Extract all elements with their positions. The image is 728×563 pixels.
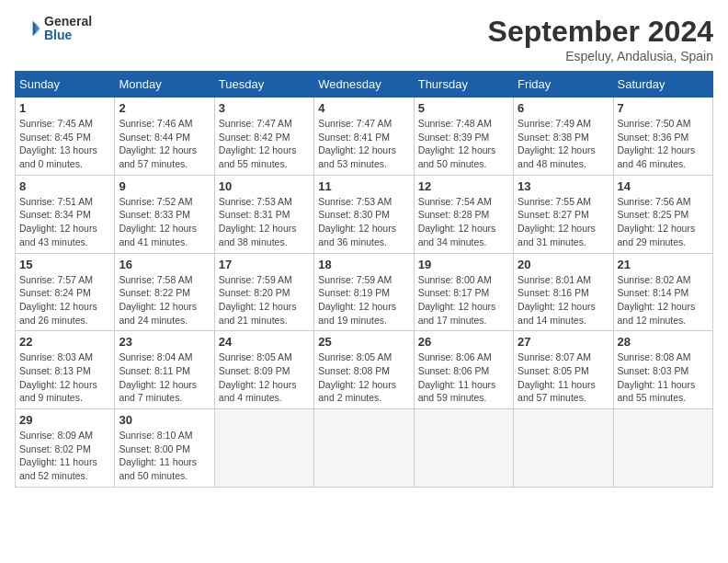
logo: General Blue	[15, 15, 92, 43]
empty-cell	[314, 409, 414, 488]
day-cell-26: 26Sunrise: 8:06 AM Sunset: 8:06 PM Dayli…	[414, 331, 513, 409]
empty-cell	[613, 409, 712, 488]
day-cell-5: 5Sunrise: 7:48 AM Sunset: 8:39 PM Daylig…	[414, 98, 513, 176]
col-friday: Friday	[514, 72, 613, 98]
day-cell-27: 27Sunrise: 8:07 AM Sunset: 8:05 PM Dayli…	[514, 331, 613, 409]
day-cell-18: 18Sunrise: 7:59 AM Sunset: 8:19 PM Dayli…	[314, 253, 414, 331]
day-number: 6	[518, 101, 609, 115]
day-cell-17: 17Sunrise: 7:59 AM Sunset: 8:20 PM Dayli…	[214, 253, 313, 331]
day-number: 26	[418, 335, 509, 349]
logo-general: General	[44, 15, 92, 29]
day-number: 10	[219, 179, 310, 193]
day-cell-2: 2Sunrise: 7:46 AM Sunset: 8:44 PM Daylig…	[115, 98, 214, 176]
calendar-week-3: 15Sunrise: 7:57 AM Sunset: 8:24 PM Dayli…	[16, 253, 713, 331]
day-info: Sunrise: 7:56 AM Sunset: 8:25 PM Dayligh…	[618, 195, 709, 249]
calendar-table: Sunday Monday Tuesday Wednesday Thursday…	[15, 71, 713, 488]
day-info: Sunrise: 7:47 AM Sunset: 8:41 PM Dayligh…	[318, 117, 409, 171]
day-number: 2	[119, 101, 210, 115]
day-number: 9	[119, 179, 210, 193]
calendar-week-4: 22Sunrise: 8:03 AM Sunset: 8:13 PM Dayli…	[16, 331, 713, 409]
day-number: 3	[219, 101, 310, 115]
day-number: 27	[518, 335, 609, 349]
day-info: Sunrise: 7:59 AM Sunset: 8:20 PM Dayligh…	[219, 273, 310, 327]
calendar-week-2: 8Sunrise: 7:51 AM Sunset: 8:34 PM Daylig…	[16, 175, 713, 253]
day-info: Sunrise: 8:07 AM Sunset: 8:05 PM Dayligh…	[518, 350, 609, 405]
day-cell-4: 4Sunrise: 7:47 AM Sunset: 8:41 PM Daylig…	[314, 98, 414, 176]
col-sunday: Sunday	[16, 72, 115, 98]
day-number: 16	[119, 258, 210, 271]
calendar-week-1: 1Sunrise: 7:45 AM Sunset: 8:45 PM Daylig…	[16, 98, 713, 176]
day-info: Sunrise: 8:10 AM Sunset: 8:00 PM Dayligh…	[119, 429, 210, 483]
day-number: 4	[318, 101, 409, 115]
day-number: 23	[119, 335, 210, 349]
empty-cell	[414, 409, 513, 488]
day-cell-23: 23Sunrise: 8:04 AM Sunset: 8:11 PM Dayli…	[115, 331, 214, 409]
day-number: 24	[219, 335, 310, 349]
day-info: Sunrise: 7:52 AM Sunset: 8:33 PM Dayligh…	[119, 195, 210, 249]
day-info: Sunrise: 7:57 AM Sunset: 8:24 PM Dayligh…	[19, 273, 110, 327]
day-cell-8: 8Sunrise: 7:51 AM Sunset: 8:34 PM Daylig…	[16, 175, 115, 253]
day-info: Sunrise: 7:58 AM Sunset: 8:22 PM Dayligh…	[119, 273, 210, 327]
day-cell-14: 14Sunrise: 7:56 AM Sunset: 8:25 PM Dayli…	[613, 175, 712, 253]
day-number: 28	[618, 335, 709, 349]
day-number: 22	[19, 335, 110, 349]
logo-blue: Blue	[44, 29, 92, 42]
day-number: 18	[318, 258, 409, 271]
day-number: 7	[618, 101, 709, 115]
col-saturday: Saturday	[613, 72, 712, 98]
day-info: Sunrise: 8:09 AM Sunset: 8:02 PM Dayligh…	[19, 429, 110, 483]
day-info: Sunrise: 8:05 AM Sunset: 8:08 PM Dayligh…	[318, 350, 409, 405]
col-tuesday: Tuesday	[214, 72, 313, 98]
logo-text: General Blue	[44, 15, 92, 43]
page-header: General Blue September 2024 Espeluy, And…	[15, 15, 713, 63]
day-cell-7: 7Sunrise: 7:50 AM Sunset: 8:36 PM Daylig…	[613, 98, 712, 176]
day-info: Sunrise: 8:04 AM Sunset: 8:11 PM Dayligh…	[119, 350, 210, 405]
weekday-row: Sunday Monday Tuesday Wednesday Thursday…	[16, 72, 713, 98]
calendar-body: 1Sunrise: 7:45 AM Sunset: 8:45 PM Daylig…	[16, 98, 713, 488]
month-title: September 2024	[488, 15, 713, 49]
day-cell-12: 12Sunrise: 7:54 AM Sunset: 8:28 PM Dayli…	[414, 175, 513, 253]
empty-cell	[514, 409, 613, 488]
day-cell-10: 10Sunrise: 7:53 AM Sunset: 8:31 PM Dayli…	[214, 175, 313, 253]
day-info: Sunrise: 7:45 AM Sunset: 8:45 PM Dayligh…	[19, 117, 110, 171]
day-info: Sunrise: 7:53 AM Sunset: 8:31 PM Dayligh…	[219, 195, 310, 249]
day-cell-1: 1Sunrise: 7:45 AM Sunset: 8:45 PM Daylig…	[16, 98, 115, 176]
day-cell-13: 13Sunrise: 7:55 AM Sunset: 8:27 PM Dayli…	[514, 175, 613, 253]
day-info: Sunrise: 8:06 AM Sunset: 8:06 PM Dayligh…	[418, 350, 509, 405]
day-info: Sunrise: 7:46 AM Sunset: 8:44 PM Dayligh…	[119, 117, 210, 171]
day-cell-30: 30Sunrise: 8:10 AM Sunset: 8:00 PM Dayli…	[115, 409, 214, 488]
day-cell-9: 9Sunrise: 7:52 AM Sunset: 8:33 PM Daylig…	[115, 175, 214, 253]
day-info: Sunrise: 8:08 AM Sunset: 8:03 PM Dayligh…	[618, 350, 709, 405]
day-cell-28: 28Sunrise: 8:08 AM Sunset: 8:03 PM Dayli…	[613, 331, 712, 409]
col-thursday: Thursday	[414, 72, 513, 98]
location: Espeluy, Andalusia, Spain	[488, 49, 713, 63]
day-cell-16: 16Sunrise: 7:58 AM Sunset: 8:22 PM Dayli…	[115, 253, 214, 331]
day-info: Sunrise: 7:54 AM Sunset: 8:28 PM Dayligh…	[418, 195, 509, 249]
day-number: 1	[19, 101, 110, 115]
day-number: 8	[19, 179, 110, 193]
day-cell-20: 20Sunrise: 8:01 AM Sunset: 8:16 PM Dayli…	[514, 253, 613, 331]
day-info: Sunrise: 8:01 AM Sunset: 8:16 PM Dayligh…	[518, 273, 609, 327]
day-number: 17	[219, 258, 310, 271]
day-info: Sunrise: 8:05 AM Sunset: 8:09 PM Dayligh…	[219, 350, 310, 405]
day-info: Sunrise: 7:55 AM Sunset: 8:27 PM Dayligh…	[518, 195, 609, 249]
day-cell-15: 15Sunrise: 7:57 AM Sunset: 8:24 PM Dayli…	[16, 253, 115, 331]
empty-cell	[214, 409, 313, 488]
day-info: Sunrise: 7:59 AM Sunset: 8:19 PM Dayligh…	[318, 273, 409, 327]
day-number: 21	[618, 258, 709, 271]
day-info: Sunrise: 8:00 AM Sunset: 8:17 PM Dayligh…	[418, 273, 509, 327]
day-info: Sunrise: 8:02 AM Sunset: 8:14 PM Dayligh…	[618, 273, 709, 327]
day-number: 14	[618, 179, 709, 193]
day-info: Sunrise: 8:03 AM Sunset: 8:13 PM Dayligh…	[19, 350, 110, 405]
day-number: 30	[119, 413, 210, 427]
day-cell-25: 25Sunrise: 8:05 AM Sunset: 8:08 PM Dayli…	[314, 331, 414, 409]
day-info: Sunrise: 7:49 AM Sunset: 8:38 PM Dayligh…	[518, 117, 609, 171]
day-info: Sunrise: 7:48 AM Sunset: 8:39 PM Dayligh…	[418, 117, 509, 171]
title-block: September 2024 Espeluy, Andalusia, Spain	[488, 15, 713, 63]
day-number: 11	[318, 179, 409, 193]
day-cell-3: 3Sunrise: 7:47 AM Sunset: 8:42 PM Daylig…	[214, 98, 313, 176]
day-cell-24: 24Sunrise: 8:05 AM Sunset: 8:09 PM Dayli…	[214, 331, 313, 409]
day-number: 19	[418, 258, 509, 271]
day-cell-22: 22Sunrise: 8:03 AM Sunset: 8:13 PM Dayli…	[16, 331, 115, 409]
col-monday: Monday	[115, 72, 214, 98]
